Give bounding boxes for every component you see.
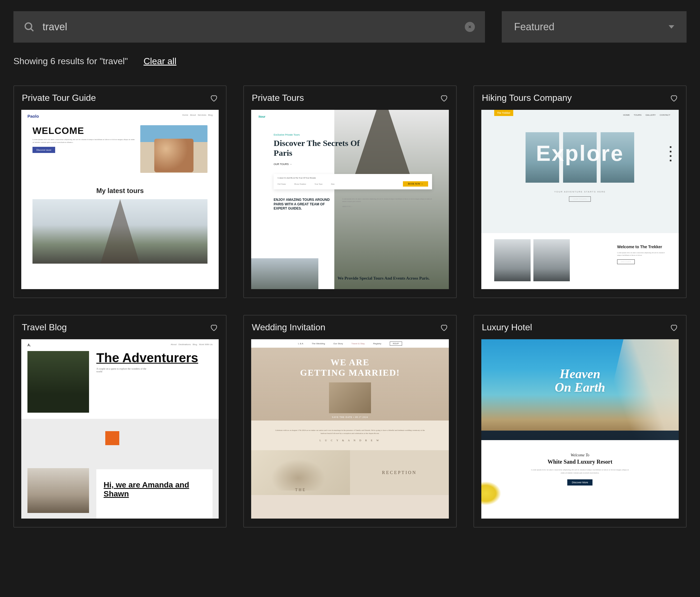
preview-nav: Home About Services Blog [182, 114, 213, 119]
heart-icon [210, 323, 218, 332]
preview-resort-name: White Sand Luxury Resort [487, 459, 673, 465]
search-icon [24, 21, 35, 32]
preview-subtitle: SAVE THE DATE • 08.17.2024 [251, 416, 449, 419]
heart-icon [670, 323, 678, 332]
svg-line-1 [31, 29, 33, 31]
preview-lorem: Lorem ipsum dolor sit amet consectetur a… [529, 469, 630, 474]
svg-point-0 [25, 23, 32, 29]
template-card[interactable]: Private Tour Guide PaoloHome About Servi… [14, 86, 226, 298]
preview-headline: HeavenOn Earth [481, 339, 679, 395]
preview-badge: The Trekker [494, 110, 513, 116]
preview-image [27, 351, 89, 413]
preview-brand: Paolo [27, 114, 39, 119]
preview-sub: A couple on a quest to explore the wonde… [96, 367, 152, 373]
sort-dropdown[interactable]: Featured [502, 11, 686, 43]
preview-image [32, 199, 207, 264]
preview-headline: The Adventurers [96, 351, 198, 364]
preview-form-label: Contact Us And Book The Tour Of Your Dre… [277, 177, 428, 179]
preview-social-icons [670, 146, 671, 161]
template-card[interactable]: Private Tours PRO itour Exclusive Privat… [243, 86, 456, 298]
template-card[interactable]: Wedding Invitation PRO L & AThe WeddingO… [243, 315, 456, 527]
preview-image [533, 239, 570, 281]
template-thumbnail: PRO L & AThe WeddingOur StoryTravel & St… [251, 339, 449, 519]
preview-hero-image: HeavenOn Earth [481, 339, 679, 440]
favorite-button[interactable] [670, 94, 678, 102]
sort-selected-label: Featured [514, 21, 554, 33]
preview-headline: Discover The Secrets Of Paris [274, 138, 360, 158]
preview-headline: WE AREGETTING MARRIED! [251, 357, 449, 378]
preview-image [494, 239, 531, 281]
template-title: Luxury Hotel [482, 322, 532, 333]
preview-low-title: Welcome to The Trekker [617, 244, 668, 249]
favorite-button[interactable] [210, 94, 218, 102]
search-box[interactable] [14, 11, 485, 43]
preview-image [140, 125, 207, 173]
preview-eyebrow: Exclusive Private Tours [274, 133, 300, 136]
template-thumbnail: A.About Destinations Blog Work With Us T… [21, 339, 219, 519]
preview-nav: L & AThe WeddingOur StoryTravel & StayRe… [251, 339, 449, 348]
template-card[interactable]: Hiking Tours Company PRO The Trekker HOM… [474, 86, 686, 298]
preview-nav: HOMETOURSGALLERYCONTACT [623, 114, 670, 116]
template-card[interactable]: Luxury Hotel PRO HeavenOn Earth Welcome … [474, 315, 686, 527]
preview-lower-headline: ENJOY AMAZING TOURS AROUND PARIS WITH A … [274, 198, 334, 211]
template-title: Hiking Tours Company [482, 93, 572, 103]
preview-headline: Explore [481, 141, 679, 166]
results-count-text: Showing 6 results for "travel" [14, 56, 128, 66]
preview-the: THE [251, 488, 350, 492]
preview-foot-headline: We Provide Special Tours And Events Acro… [318, 276, 449, 281]
heart-icon [440, 323, 448, 332]
preview-subhead: My latest tours [21, 187, 219, 195]
favorite-button[interactable] [670, 323, 678, 332]
preview-leaf-decoration [481, 479, 504, 507]
preview-lorem: Lorem ipsum dolor sit amet consectetur a… [32, 138, 135, 144]
preview-image [27, 468, 89, 513]
heart-icon [670, 94, 678, 102]
template-thumbnail: PRO itour Exclusive Private Tours Discov… [251, 110, 449, 289]
template-title: Wedding Invitation [252, 322, 325, 333]
chevron-down-icon [669, 25, 674, 29]
preview-image [251, 258, 318, 289]
clear-search-button[interactable] [465, 22, 475, 32]
preview-button: Discover More [567, 479, 593, 485]
preview-lorem: Lorem ipsum dolor sit amet consectetur a… [342, 198, 432, 211]
template-thumbnail: PRO The Trekker HOMETOURSGALLERYCONTACT … [481, 110, 679, 289]
preview-link: OUR TOURS → [274, 163, 360, 166]
preview-brand: itour [251, 110, 449, 123]
preview-nav: About Destinations Blog Work With Us [171, 343, 213, 347]
preview-reception: RECEPTION [382, 470, 417, 475]
favorite-button[interactable] [210, 323, 218, 332]
template-title: Private Tours [252, 93, 304, 103]
preview-headline: WELCOME [32, 125, 135, 136]
preview-image [329, 382, 371, 413]
favorite-button[interactable] [440, 94, 448, 102]
preview-image: THE [251, 450, 350, 495]
template-title: Private Tour Guide [22, 93, 96, 103]
close-icon [468, 25, 472, 29]
preview-lorem: Celebrate with us on August 17th 2024 as… [274, 429, 426, 435]
preview-form-button: BOOK NOW → [403, 181, 428, 187]
preview-tagline: YOUR ADVENTURE STARTS HERE [481, 191, 679, 193]
preview-button: DISCOVER [617, 259, 635, 264]
search-input[interactable] [43, 21, 465, 33]
preview-accent-square [105, 431, 119, 445]
heart-icon [440, 94, 448, 102]
preview-lorem: Lorem ipsum dolor sit amet consectetur a… [617, 252, 668, 257]
favorite-button[interactable] [440, 323, 448, 332]
preview-brand: A. [27, 343, 31, 347]
template-thumbnail: PaoloHome About Services Blog WELCOME Lo… [21, 110, 219, 289]
preview-button: OUR TOURS [569, 196, 591, 202]
preview-band-title: Hi, we are Amanda and Shawn [104, 480, 205, 498]
preview-date: L U C Y & A N D R E W [274, 439, 426, 442]
template-title: Travel Blog [22, 322, 67, 333]
template-card[interactable]: Travel Blog A.About Destinations Blog Wo… [14, 315, 226, 527]
clear-all-link[interactable]: Clear all [144, 56, 176, 66]
heart-icon [210, 94, 218, 102]
preview-button: Discover more [32, 147, 55, 153]
template-thumbnail: PRO HeavenOn Earth Welcome To White Sand… [481, 339, 679, 519]
preview-welcome: Welcome To [571, 453, 590, 457]
